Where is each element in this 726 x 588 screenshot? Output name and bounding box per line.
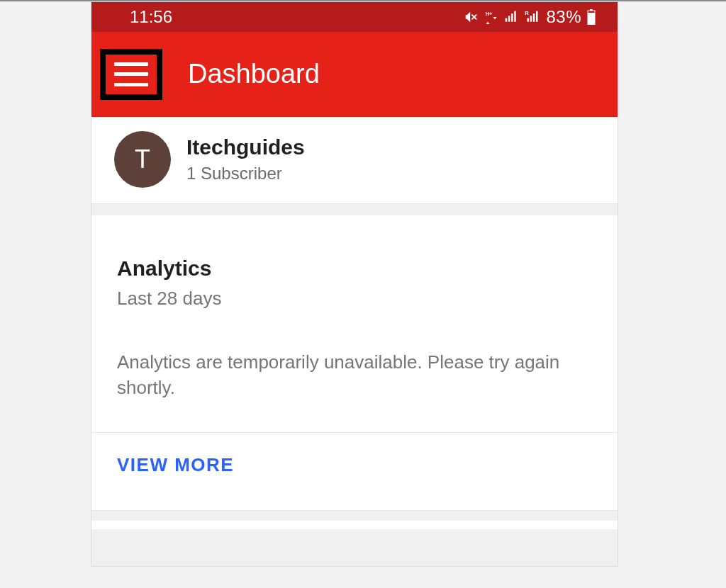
svg-rect-2 bbox=[508, 16, 510, 21]
analytics-subtitle: Last 28 days bbox=[117, 288, 592, 310]
channel-avatar: T bbox=[114, 131, 171, 188]
svg-rect-6 bbox=[527, 18, 530, 22]
svg-text:H+: H+ bbox=[486, 11, 493, 17]
svg-text:R: R bbox=[525, 10, 530, 16]
analytics-header: Analytics Last 28 days bbox=[91, 215, 618, 310]
battery-percent: 83% bbox=[546, 7, 581, 27]
channel-card[interactable]: T Itechguides 1 Subscriber bbox=[91, 117, 618, 204]
channel-name: Itechguides bbox=[186, 135, 305, 159]
hamburger-highlight-box bbox=[100, 49, 162, 100]
svg-rect-4 bbox=[515, 11, 517, 22]
mobile-data-icon: H+ bbox=[484, 10, 498, 24]
battery-icon bbox=[586, 9, 596, 25]
status-icons: H+ R 83% bbox=[464, 7, 596, 27]
svg-rect-9 bbox=[536, 11, 538, 22]
mute-vibrate-icon bbox=[464, 9, 479, 25]
svg-rect-1 bbox=[506, 18, 508, 22]
svg-rect-3 bbox=[511, 13, 513, 22]
view-more-row: VIEW MORE bbox=[91, 432, 618, 510]
app-bar: Dashboard bbox=[91, 32, 618, 117]
analytics-message: Analytics are temporarily unavailable. P… bbox=[91, 349, 618, 432]
view-more-button[interactable]: VIEW MORE bbox=[117, 454, 234, 475]
svg-rect-12 bbox=[588, 13, 595, 25]
hamburger-menu-icon[interactable] bbox=[111, 60, 151, 89]
signal-icon bbox=[503, 10, 519, 24]
signal-roaming-icon: R bbox=[524, 10, 541, 24]
next-card-hint bbox=[91, 521, 618, 529]
page-title: Dashboard bbox=[188, 59, 320, 89]
card-gap bbox=[91, 204, 618, 215]
subscriber-count: 1 Subscriber bbox=[186, 164, 305, 183]
channel-info: Itechguides 1 Subscriber bbox=[186, 135, 305, 183]
analytics-card: Analytics Last 28 days Analytics are tem… bbox=[91, 215, 618, 511]
status-time: 11:56 bbox=[130, 7, 172, 27]
device-frame: 11:56 H+ R 83% Dashboard bbox=[91, 1, 618, 567]
analytics-title: Analytics bbox=[117, 256, 592, 281]
svg-rect-7 bbox=[530, 16, 532, 21]
svg-rect-8 bbox=[533, 13, 535, 22]
status-bar: 11:56 H+ R 83% bbox=[91, 2, 618, 32]
